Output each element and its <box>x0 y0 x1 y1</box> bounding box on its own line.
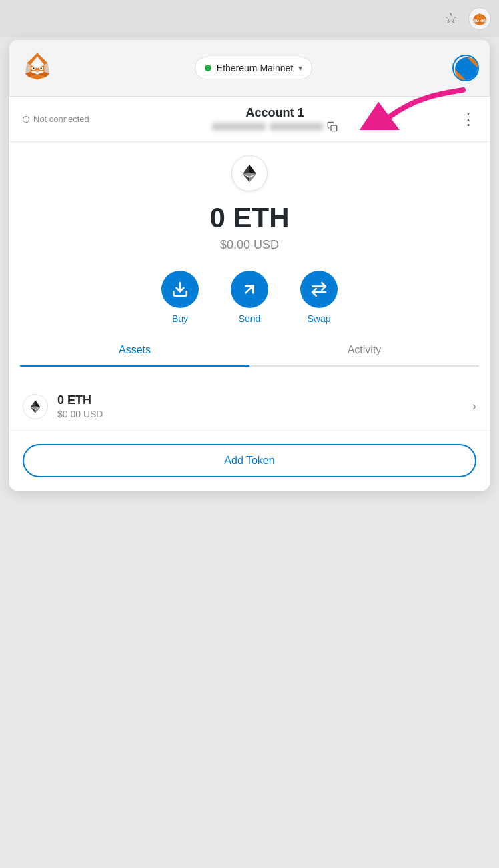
svg-marker-10 <box>27 53 47 65</box>
svg-marker-28 <box>243 165 250 174</box>
eth-logo-circle <box>231 155 268 191</box>
network-status-dot <box>205 65 211 71</box>
svg-marker-29 <box>250 165 256 174</box>
action-buttons: Buy Send <box>20 271 479 324</box>
star-bookmark-button[interactable]: ☆ <box>440 8 462 29</box>
account-name: Account 1 <box>89 106 460 120</box>
annotation-container: Not connected Account 1 ⋮ <box>9 97 490 142</box>
svg-point-6 <box>477 21 478 22</box>
svg-marker-38 <box>31 400 35 407</box>
tab-bar: Assets Activity <box>20 335 479 367</box>
balance-eth: 0 ETH <box>20 202 479 234</box>
fox-avatar-svg <box>470 9 489 28</box>
metamask-logo <box>20 49 55 87</box>
account-avatar[interactable] <box>452 55 479 81</box>
tab-activity[interactable]: Activity <box>250 335 479 365</box>
more-options-button[interactable]: ⋮ <box>460 111 476 127</box>
browser-toolbar: ☆ <box>0 0 499 37</box>
svg-marker-18 <box>35 71 39 73</box>
not-connected-dot <box>23 116 29 123</box>
balance-usd: $0.00 USD <box>20 238 479 252</box>
metamask-popup: Ethereum Mainnet ▾ Not connected Account… <box>9 40 490 491</box>
add-token-button[interactable]: Add Token <box>23 444 476 477</box>
svg-point-16 <box>33 67 35 69</box>
balance-section: 0 ETH $0.00 USD Buy <box>9 142 490 383</box>
address-blur-2 <box>270 123 323 131</box>
eth-asset-icon <box>28 399 43 414</box>
svg-marker-12 <box>44 63 49 74</box>
account-address <box>89 121 460 132</box>
swap-icon <box>310 281 328 298</box>
send-button[interactable]: Send <box>231 271 268 324</box>
svg-rect-24 <box>331 125 337 131</box>
copy-address-icon[interactable] <box>327 121 338 132</box>
address-blur-1 <box>212 123 266 131</box>
swap-button-circle <box>300 271 338 308</box>
connection-status-label: Not connected <box>33 114 89 124</box>
svg-point-7 <box>482 21 483 22</box>
buy-icon <box>171 281 189 298</box>
buy-button-circle <box>161 271 199 308</box>
send-button-circle <box>231 271 268 308</box>
account-info: Account 1 <box>89 106 460 132</box>
asset-eth-amount: 0 ETH <box>57 393 472 407</box>
svg-line-33 <box>246 286 254 293</box>
tab-assets[interactable]: Assets <box>20 335 250 365</box>
swap-button[interactable]: Swap <box>300 271 338 324</box>
asset-details: 0 ETH $0.00 USD <box>57 393 472 419</box>
network-selector[interactable]: Ethereum Mainnet ▾ <box>195 57 312 79</box>
svg-marker-11 <box>25 63 31 74</box>
swap-label: Swap <box>307 313 330 324</box>
svg-marker-39 <box>35 400 40 407</box>
network-name-label: Ethereum Mainnet <box>217 63 293 73</box>
connection-status: Not connected <box>23 114 89 124</box>
account-bar: Not connected Account 1 ⋮ <box>9 97 490 142</box>
metamask-extension-icon[interactable] <box>468 7 491 30</box>
eth-asset-item[interactable]: 0 ETH $0.00 USD › <box>9 383 490 431</box>
popup-header: Ethereum Mainnet ▾ <box>9 40 490 97</box>
assets-list: 0 ETH $0.00 USD › <box>9 383 490 431</box>
svg-point-17 <box>40 67 42 69</box>
eth-logo-svg <box>239 163 260 183</box>
send-icon <box>241 281 258 298</box>
add-token-section: Add Token <box>9 431 490 491</box>
star-icon: ☆ <box>444 10 458 27</box>
buy-label: Buy <box>172 313 188 324</box>
asset-chevron-right-icon: › <box>472 399 476 413</box>
chevron-down-icon: ▾ <box>298 63 302 73</box>
asset-usd-amount: $0.00 USD <box>57 409 472 419</box>
send-label: Send <box>239 313 261 324</box>
buy-button[interactable]: Buy <box>161 271 199 324</box>
eth-asset-logo <box>23 394 48 419</box>
